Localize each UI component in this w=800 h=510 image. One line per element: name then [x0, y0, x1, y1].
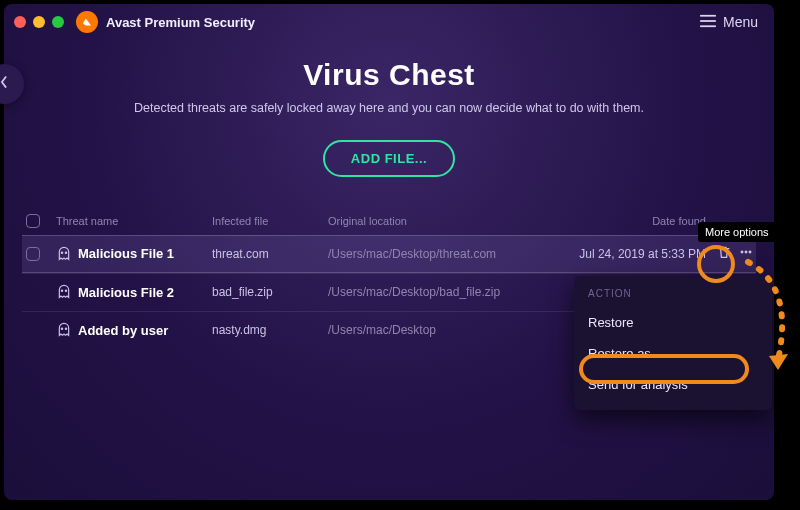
chevron-left-icon: [0, 75, 11, 93]
app-window: Avast Premium Security Menu Virus Chest …: [4, 4, 774, 500]
threat-name: Malicious File 1: [78, 246, 174, 261]
col-threat-name: Threat name: [56, 215, 206, 227]
dropdown-item-restore-as[interactable]: Restore as: [574, 338, 772, 369]
threat-icon: [56, 322, 72, 338]
window-controls: [14, 16, 64, 28]
app-title: Avast Premium Security: [106, 15, 255, 30]
infected-file: nasty.dmg: [212, 323, 322, 337]
table-header: Threat name Infected file Original locat…: [22, 207, 756, 235]
dropdown-item-send-for-analysis[interactable]: Send for analysis: [574, 369, 772, 400]
avast-logo-icon: [76, 11, 98, 33]
infected-file: threat.com: [212, 247, 322, 261]
more-options-tooltip: More options: [698, 222, 776, 242]
page-subtitle: Detected threats are safely locked away …: [4, 100, 774, 118]
hamburger-icon: [699, 14, 717, 31]
dropdown-item-restore[interactable]: Restore: [574, 307, 772, 338]
more-icon: [738, 244, 754, 263]
original-location: /Users/mac/Desktop: [328, 323, 528, 337]
menu-label: Menu: [723, 14, 758, 30]
svg-point-10: [61, 328, 62, 329]
svg-point-3: [61, 252, 62, 253]
svg-point-11: [65, 328, 66, 329]
svg-point-5: [741, 251, 743, 253]
threat-icon: [56, 246, 72, 262]
svg-point-4: [65, 252, 66, 253]
col-date-found: Date found: [534, 215, 710, 227]
threat-name: Malicious File 2: [78, 285, 174, 300]
menu-button[interactable]: Menu: [693, 10, 764, 35]
maximize-window-button[interactable]: [52, 16, 64, 28]
close-window-button[interactable]: [14, 16, 26, 28]
svg-point-8: [61, 290, 62, 291]
action-dropdown: ACTION Restore Restore as Send for analy…: [574, 276, 772, 410]
table-row[interactable]: Malicious File 1 threat.com /Users/mac/D…: [22, 235, 756, 273]
delete-button[interactable]: [716, 245, 732, 263]
threat-icon: [56, 284, 72, 300]
add-file-button[interactable]: ADD FILE...: [323, 140, 455, 177]
select-all-checkbox[interactable]: [26, 214, 40, 228]
date-found: Jul 24, 2019 at 5:33 PM: [534, 247, 710, 261]
page-title: Virus Chest: [4, 58, 774, 92]
svg-point-6: [745, 251, 747, 253]
row-checkbox[interactable]: [26, 247, 40, 261]
dropdown-header: ACTION: [574, 284, 772, 307]
minimize-window-button[interactable]: [33, 16, 45, 28]
svg-point-7: [749, 251, 751, 253]
col-infected-file: Infected file: [212, 215, 322, 227]
col-original-location: Original location: [328, 215, 528, 227]
more-options-button[interactable]: [738, 245, 754, 263]
infected-file: bad_file.zip: [212, 285, 322, 299]
original-location: /Users/mac/Desktop/bad_file.zip: [328, 285, 528, 299]
threat-name: Added by user: [78, 323, 168, 338]
original-location: /Users/mac/Desktop/threat.com: [328, 247, 528, 261]
trash-icon: [716, 244, 732, 263]
titlebar: Avast Premium Security Menu: [4, 4, 774, 40]
svg-point-9: [65, 290, 66, 291]
